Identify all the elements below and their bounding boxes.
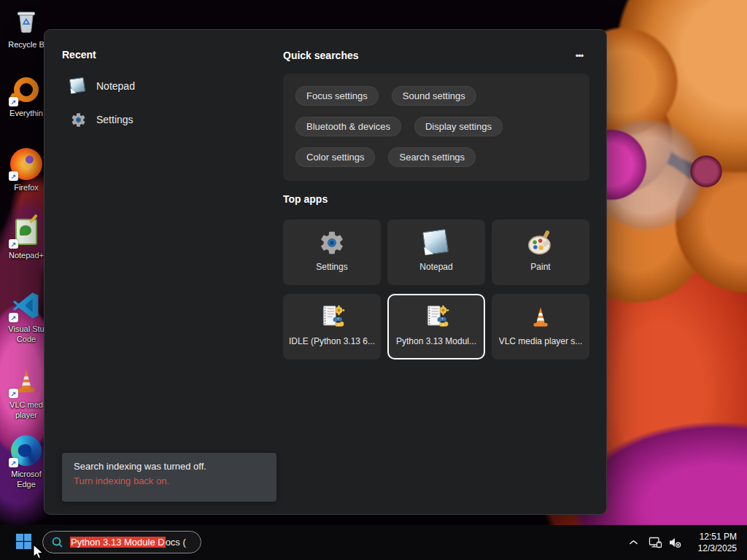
top-app-tile-settings[interactable]: Settings	[283, 219, 381, 285]
desktop-icon-label: Microsof Edge	[11, 469, 42, 489]
everything-search-icon: ↗	[9, 73, 44, 106]
shortcut-arrow-icon: ↗	[9, 97, 18, 106]
tile-label: Notepad	[419, 262, 452, 272]
screen: Recycle B ↗ Everythin ↗ Firefox ↗ Notepa…	[0, 0, 747, 560]
desktop-icon-vlc[interactable]: ↗ VLC med player	[6, 365, 47, 420]
shortcut-arrow-icon: ↗	[9, 389, 18, 398]
recent-item-notepad[interactable]: Notepad	[62, 72, 244, 100]
pill-color-settings[interactable]: Color settings	[295, 147, 375, 167]
clock-date: 12/3/2025	[698, 542, 737, 554]
top-apps-grid: Settings Notepad	[283, 219, 589, 359]
desktop-icon-label: Visual Stu Code	[8, 324, 44, 344]
top-app-tile-paint[interactable]: Paint	[492, 219, 589, 285]
gear-icon	[318, 229, 346, 257]
start-button[interactable]	[10, 529, 36, 556]
firefox-icon: ↗	[9, 147, 44, 181]
pill-bluetooth-devices[interactable]: Bluetooth & devices	[295, 117, 401, 136]
tray-network-button[interactable]	[646, 534, 664, 551]
top-apps-title: Top apps	[283, 193, 328, 205]
desktop-icon-label: Everythin	[9, 108, 43, 118]
quick-searches-card: Focus settings Sound settings Bluetooth …	[283, 74, 589, 181]
search-icon	[50, 535, 64, 549]
recycle-bin-icon	[9, 4, 44, 38]
recent-item-settings[interactable]: Settings	[62, 106, 244, 133]
shortcut-arrow-icon: ↗	[9, 171, 18, 181]
tile-label: VLC media player s...	[499, 336, 583, 346]
more-options-icon[interactable]: •••	[569, 49, 589, 62]
python-doc-icon	[318, 303, 346, 331]
indexing-notice: Search indexing was turned off. Turn ind…	[62, 453, 276, 502]
desktop-icon-recycle-bin[interactable]: Recycle B	[6, 4, 47, 50]
desktop-icon-notepad-plus-plus[interactable]: ↗ Notepad+	[6, 215, 47, 260]
gear-icon	[69, 111, 87, 128]
shortcut-arrow-icon: ↗	[9, 239, 18, 249]
notepad-icon	[69, 77, 87, 95]
pill-display-settings[interactable]: Display settings	[414, 117, 503, 136]
desktop-icon-firefox[interactable]: ↗ Firefox	[6, 147, 47, 192]
desktop-icon-edge[interactable]: ↗ Microsof Edge	[6, 434, 47, 489]
notepad-plus-plus-icon: ↗	[9, 215, 44, 249]
tile-label: Settings	[316, 262, 347, 272]
top-app-tile-notepad[interactable]: Notepad	[387, 219, 485, 285]
indexing-notice-message: Search indexing was turned off.	[74, 461, 265, 472]
search-text-selected: Python 3.13 Module D	[70, 537, 166, 548]
search-text-rest: ocs (	[166, 537, 186, 548]
search-input-text: Python 3.13 Module Docs (	[70, 537, 186, 548]
shortcut-arrow-icon: ↗	[9, 458, 18, 467]
shortcut-arrow-icon: ↗	[9, 313, 18, 322]
vlc-cone-icon: ↗	[9, 365, 44, 398]
ethernet-network-icon	[648, 535, 663, 550]
tile-label: Paint	[530, 262, 550, 272]
notepad-icon	[422, 229, 450, 257]
desktop-icon-label: Recycle B	[8, 39, 44, 50]
desktop-icon-everything[interactable]: ↗ Everythin	[6, 73, 47, 118]
edge-icon: ↗	[9, 434, 44, 467]
tray-volume-button[interactable]	[666, 534, 684, 551]
desktop-icon-label: Firefox	[14, 182, 39, 192]
pill-sound-settings[interactable]: Sound settings	[392, 86, 476, 106]
chevron-up-icon	[629, 540, 638, 545]
desktop-icon-label: VLC med player	[9, 400, 43, 420]
pill-focus-settings[interactable]: Focus settings	[295, 86, 379, 106]
recent-section-title: Recent	[62, 49, 96, 61]
top-app-tile-vlc[interactable]: VLC media player s...	[492, 294, 589, 359]
desktop-icon-visual-studio-code[interactable]: ↗ Visual Stu Code	[6, 289, 47, 344]
volume-muted-icon	[667, 535, 682, 550]
turn-indexing-on-link[interactable]: Turn indexing back on.	[74, 475, 265, 486]
tile-label: Python 3.13 Modul...	[396, 336, 476, 346]
recent-item-label: Settings	[96, 114, 133, 125]
windows-logo-icon	[15, 533, 32, 553]
search-flyout-panel: Recent Notepad Settings Quick searches •…	[44, 29, 607, 515]
top-app-tile-python-module-docs[interactable]: Python 3.13 Modul...	[387, 294, 485, 359]
taskbar-search-box[interactable]: Python 3.13 Module Docs (	[42, 531, 201, 553]
tray-chevron-up-button[interactable]	[624, 534, 642, 551]
quick-searches-title: Quick searches	[283, 50, 359, 61]
taskbar: Python 3.13 Module Docs (	[0, 525, 747, 560]
clock-time: 12:51 PM	[698, 531, 737, 542]
tile-label: IDLE (Python 3.13 6...	[289, 336, 375, 346]
paint-palette-icon	[527, 229, 554, 257]
pill-search-settings[interactable]: Search settings	[388, 147, 476, 167]
vlc-cone-icon	[527, 303, 554, 331]
taskbar-clock[interactable]: 12:51 PM 12/3/2025	[695, 531, 740, 554]
vscode-icon: ↗	[9, 289, 44, 322]
desktop-icon-label: Notepad+	[9, 250, 44, 260]
recent-item-label: Notepad	[96, 80, 135, 92]
top-app-tile-idle-python[interactable]: IDLE (Python 3.13 6...	[283, 294, 381, 359]
python-doc-icon	[422, 303, 450, 331]
